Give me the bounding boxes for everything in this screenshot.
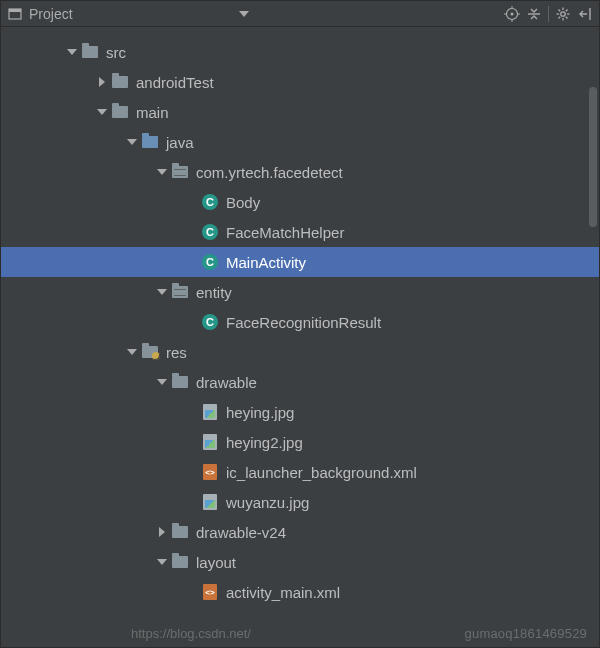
- node-label: FaceMatchHelper: [226, 224, 344, 241]
- node-label: Body: [226, 194, 260, 211]
- image-file-icon: [201, 403, 219, 421]
- node-label: androidTest: [136, 74, 214, 91]
- tree-node-main[interactable]: main: [1, 97, 599, 127]
- folder-icon: [141, 133, 159, 151]
- tree-node-layout[interactable]: layout: [1, 547, 599, 577]
- tree-node-entity[interactable]: entity: [1, 277, 599, 307]
- tree-node-drawable[interactable]: drawable: [1, 367, 599, 397]
- panel-title[interactable]: Project: [29, 6, 73, 22]
- tree-node-androidtest[interactable]: androidTest: [1, 67, 599, 97]
- node-label: activity_main.xml: [226, 584, 340, 601]
- tree-node-src[interactable]: src: [1, 37, 599, 67]
- watermark-text: gumaoq1861469529: [465, 626, 587, 641]
- tree-node-res[interactable]: res: [1, 337, 599, 367]
- view-dropdown-icon[interactable]: [239, 11, 249, 17]
- svg-line-15: [566, 16, 568, 18]
- class-icon: C: [201, 193, 219, 211]
- locate-icon[interactable]: [504, 6, 520, 22]
- tree-node-body[interactable]: C Body: [1, 187, 599, 217]
- node-label: heying.jpg: [226, 404, 294, 421]
- project-panel: Project src and: [0, 0, 600, 648]
- chevron-down-icon[interactable]: [125, 349, 139, 355]
- image-file-icon: [201, 493, 219, 511]
- tree-node-file[interactable]: heying.jpg: [1, 397, 599, 427]
- gear-icon[interactable]: [555, 6, 571, 22]
- node-label: res: [166, 344, 187, 361]
- chevron-right-icon[interactable]: [155, 527, 169, 537]
- project-icon: [7, 6, 23, 22]
- tree-node-java[interactable]: java: [1, 127, 599, 157]
- tree-node-facerecognitionresult[interactable]: C FaceRecognitionResult: [1, 307, 599, 337]
- resources-folder-icon: [141, 343, 159, 361]
- chevron-down-icon[interactable]: [65, 49, 79, 55]
- chevron-down-icon[interactable]: [155, 289, 169, 295]
- tree-node-file[interactable]: <> ic_launcher_background.xml: [1, 457, 599, 487]
- node-label: drawable-v24: [196, 524, 286, 541]
- divider: [548, 6, 549, 22]
- chevron-right-icon[interactable]: [95, 77, 109, 87]
- node-label: heying2.jpg: [226, 434, 303, 451]
- panel-header: Project: [1, 1, 599, 27]
- folder-icon: [171, 553, 189, 571]
- tree-node-drawable-v24[interactable]: drawable-v24: [1, 517, 599, 547]
- svg-rect-1: [9, 9, 21, 12]
- class-icon: C: [201, 253, 219, 271]
- chevron-down-icon[interactable]: [155, 169, 169, 175]
- watermark-text: https://blog.csdn.net/: [131, 626, 251, 641]
- package-icon: [171, 283, 189, 301]
- node-label: entity: [196, 284, 232, 301]
- node-label: layout: [196, 554, 236, 571]
- chevron-down-icon[interactable]: [155, 379, 169, 385]
- collapse-all-icon[interactable]: [526, 6, 542, 22]
- svg-point-3: [511, 12, 514, 15]
- tree-node-facematchhelper[interactable]: C FaceMatchHelper: [1, 217, 599, 247]
- file-tree[interactable]: src androidTest main java com.yrtech.fac…: [1, 27, 599, 647]
- chevron-down-icon[interactable]: [125, 139, 139, 145]
- class-icon: C: [201, 313, 219, 331]
- package-icon: [171, 163, 189, 181]
- tree-node-file[interactable]: wuyanzu.jpg: [1, 487, 599, 517]
- image-file-icon: [201, 433, 219, 451]
- node-label: com.yrtech.facedetect: [196, 164, 343, 181]
- tree-node-file[interactable]: heying2.jpg: [1, 427, 599, 457]
- folder-icon: [171, 373, 189, 391]
- tree-node-mainactivity[interactable]: C MainActivity: [1, 247, 599, 277]
- hide-icon[interactable]: [577, 6, 593, 22]
- xml-file-icon: <>: [201, 583, 219, 601]
- node-label: drawable: [196, 374, 257, 391]
- node-label: src: [106, 44, 126, 61]
- svg-line-16: [566, 9, 568, 11]
- node-label: ic_launcher_background.xml: [226, 464, 417, 481]
- folder-icon: [81, 43, 99, 61]
- tree-node-file[interactable]: <> activity_main.xml: [1, 577, 599, 607]
- class-icon: C: [201, 223, 219, 241]
- chevron-down-icon[interactable]: [155, 559, 169, 565]
- svg-line-17: [559, 16, 561, 18]
- chevron-down-icon[interactable]: [95, 109, 109, 115]
- node-label: MainActivity: [226, 254, 306, 271]
- tree-node-package[interactable]: com.yrtech.facedetect: [1, 157, 599, 187]
- node-label: main: [136, 104, 169, 121]
- folder-icon: [111, 73, 129, 91]
- scrollbar[interactable]: [589, 87, 597, 227]
- node-label: wuyanzu.jpg: [226, 494, 309, 511]
- folder-icon: [111, 103, 129, 121]
- svg-line-14: [559, 9, 561, 11]
- folder-icon: [171, 523, 189, 541]
- node-label: FaceRecognitionResult: [226, 314, 381, 331]
- svg-point-9: [561, 11, 565, 15]
- node-label: java: [166, 134, 194, 151]
- xml-file-icon: <>: [201, 463, 219, 481]
